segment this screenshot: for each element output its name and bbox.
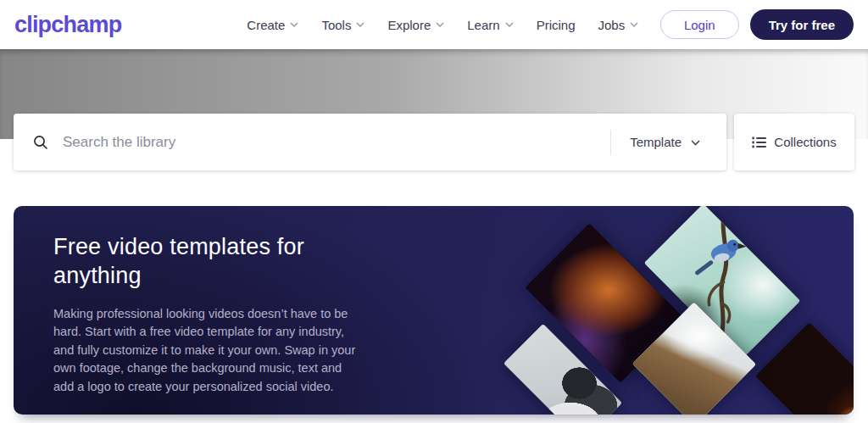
hero-description: Making professional looking videos doesn…: [53, 305, 365, 397]
nav-item-label: Create: [247, 18, 285, 32]
search-input[interactable]: [63, 134, 610, 151]
search-divider: [610, 130, 611, 155]
library-search-row: Template Collections: [14, 114, 854, 170]
nav-item-label: Jobs: [598, 18, 626, 32]
collections-button[interactable]: Collections: [734, 114, 854, 170]
login-button[interactable]: Login: [660, 10, 739, 39]
nav-item-label: Pricing: [537, 18, 576, 32]
nav-item-label: Tools: [321, 18, 351, 32]
collections-label: Collections: [774, 135, 836, 149]
fire-photo: [755, 322, 854, 415]
nav-item-learn[interactable]: Learn: [467, 18, 513, 32]
try-for-free-button[interactable]: Try for free: [750, 9, 854, 40]
chevron-down-icon: [436, 22, 444, 27]
template-type-label: Template: [630, 135, 682, 149]
header-actions: Login Try for free: [660, 9, 854, 40]
clipchamp-templates-page: clipchamp Create Tools Explore Learn Pri…: [0, 0, 868, 423]
chevron-down-icon: [630, 22, 638, 27]
fire-photo-image: [755, 322, 854, 415]
chevron-down-icon: [290, 22, 298, 27]
chevron-down-icon: [691, 140, 699, 145]
nav-item-explore[interactable]: Explore: [387, 18, 444, 32]
search-bar: Template: [14, 114, 726, 170]
nav-item-tools[interactable]: Tools: [321, 18, 364, 32]
free-templates-hero: Free video templates for anything Making…: [14, 206, 854, 415]
list-icon: [752, 136, 766, 148]
hero-copy: Free video templates for anything Making…: [53, 233, 376, 396]
nav-item-label: Explore: [387, 18, 431, 32]
hero-title: Free video templates for anything: [53, 233, 333, 291]
top-navigation-bar: clipchamp Create Tools Explore Learn Pri…: [0, 0, 868, 49]
clipchamp-logo[interactable]: clipchamp: [14, 12, 121, 38]
nav-item-create[interactable]: Create: [247, 18, 298, 32]
nav-item-label: Learn: [467, 18, 499, 32]
chevron-down-icon: [356, 22, 364, 27]
nav-item-pricing[interactable]: Pricing: [537, 18, 576, 32]
search-icon: [32, 134, 49, 151]
nav-item-jobs[interactable]: Jobs: [598, 18, 639, 32]
chevron-down-icon: [505, 22, 514, 27]
template-type-dropdown[interactable]: Template: [630, 135, 721, 149]
main-nav: Create Tools Explore Learn Pricing Jobs: [247, 18, 638, 32]
